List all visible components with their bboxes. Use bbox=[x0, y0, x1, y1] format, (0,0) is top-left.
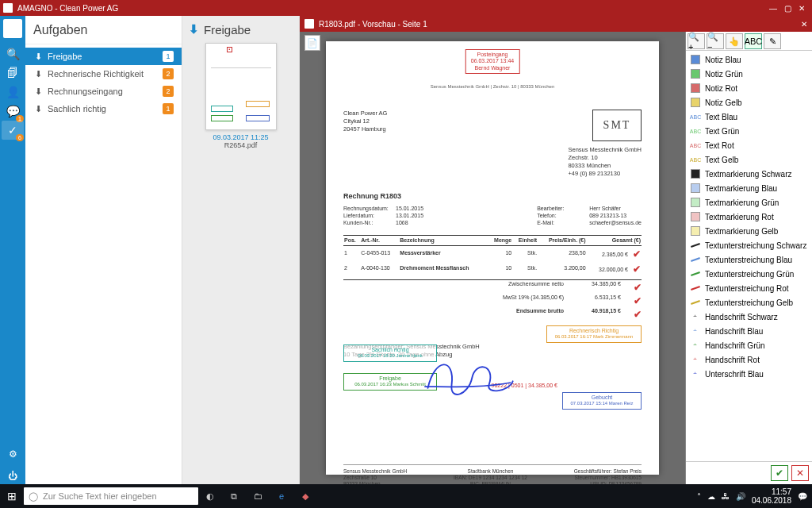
search-icon: ◯ bbox=[29, 491, 38, 502]
notifications-icon[interactable]: 💬 bbox=[798, 492, 807, 501]
rail-search[interactable]: 🔍 bbox=[2, 44, 24, 64]
window-maximize-icon[interactable]: ▢ bbox=[780, 4, 795, 13]
start-button[interactable]: ⊞ bbox=[0, 484, 24, 508]
rail-docs[interactable]: 🗐 bbox=[2, 64, 24, 83]
palette-tool-button[interactable]: ABC bbox=[745, 33, 762, 49]
preview-logo-icon bbox=[304, 19, 314, 29]
sender-address: Sensus Messtechnik GmbH Zechstr. 10 8033… bbox=[568, 146, 642, 179]
freigabe-panel: ⬇ Freigabe ■ 09.03.2017 11:25 R2654.pdf bbox=[182, 16, 300, 484]
stamp-rechnerisch[interactable]: Rechnerisch Richtig 06.03.2017 16:17 Mar… bbox=[546, 325, 642, 343]
palette-item[interactable]: ⲲUnterschrift Blau bbox=[686, 367, 812, 381]
task-item[interactable]: ⬇Freigabe1 bbox=[25, 48, 182, 65]
invoice-heading: Rechnung R1803 bbox=[343, 192, 642, 201]
palette-item[interactable]: Textunterstreichung Blau bbox=[686, 252, 812, 267]
stamp-freigabe[interactable]: Freigabe 06.03.2017 16:23 Markus Schmitt bbox=[343, 373, 437, 391]
taskbar-search[interactable]: ◯ Zur Suche Text hier eingeben bbox=[24, 487, 198, 505]
palette-item[interactable]: Notiz Blau bbox=[686, 52, 812, 67]
edge-icon[interactable]: e bbox=[270, 484, 293, 508]
palette-item[interactable]: Notiz Grün bbox=[686, 67, 812, 81]
palette-item[interactable]: ⲲHandschrift Schwarz bbox=[686, 310, 812, 324]
tray-up-icon[interactable]: ˄ bbox=[697, 492, 701, 501]
palette-item[interactable]: ABCText Blau bbox=[686, 110, 812, 124]
task-item[interactable]: ⬇Rechnerische Richtigkeit2 bbox=[25, 65, 182, 83]
nav-rail: 🔍🗐👤💬1✓6 ⚙ ⏻ bbox=[0, 16, 25, 484]
palette-item[interactable]: ABCText Grün bbox=[686, 124, 812, 138]
stamp-gebucht[interactable]: Gebucht 07.03.2017 15:14 Maren Reiz bbox=[562, 392, 642, 410]
preview-close-icon[interactable]: ✕ bbox=[801, 20, 807, 29]
palette-item[interactable]: ABCText Rot bbox=[686, 138, 812, 152]
avatar[interactable] bbox=[3, 19, 22, 38]
palette-cancel-button[interactable]: ✕ bbox=[791, 465, 809, 481]
document-canvas[interactable]: 📄 Posteingang 06.03.2017 13:44 Bernd Wag… bbox=[300, 32, 685, 484]
rail-settings-icon[interactable]: ⚙ bbox=[2, 446, 24, 462]
task-count-badge: 2 bbox=[163, 86, 174, 97]
app-logo-icon bbox=[3, 3, 13, 13]
preview-titlebar: R1803.pdf - Vorschau - Seite 1 ✕ bbox=[300, 16, 812, 32]
task-count-badge: 2 bbox=[163, 68, 174, 79]
palette-tool-button[interactable]: 🔍− bbox=[707, 33, 724, 49]
download-icon: ⬇ bbox=[33, 52, 43, 61]
palette-item[interactable]: Textunterstreichung Gelb bbox=[686, 295, 812, 310]
rail-tasks[interactable]: ✓6 bbox=[2, 121, 24, 140]
cortana-icon[interactable]: ◐ bbox=[198, 484, 222, 508]
document-page: Posteingang 06.03.2017 13:44 Bernd Wagne… bbox=[326, 41, 659, 475]
palette-item[interactable]: Textmarkierung Rot bbox=[686, 210, 812, 224]
sender-line: Sensus Messtechnik GmbH | Zechstr. 10 | … bbox=[343, 84, 642, 90]
palette-item[interactable]: Textunterstreichung Schwarz bbox=[686, 238, 812, 252]
red-annotation: 90222 | 0501 | 34.385,00 € bbox=[492, 383, 557, 390]
app-taskbar-icon[interactable]: ◆ bbox=[293, 484, 317, 508]
palette-item[interactable]: Textmarkierung Grün bbox=[686, 195, 812, 210]
task-item[interactable]: ⬇Sachlich richtig1 bbox=[25, 100, 182, 117]
stamp-posteingang[interactable]: Posteingang 06.03.2017 13:44 Bernd Wagne… bbox=[465, 49, 520, 74]
taskview-icon[interactable]: ⧉ bbox=[222, 484, 246, 508]
palette-item[interactable]: Textmarkierung Gelb bbox=[686, 224, 812, 238]
window-close-icon[interactable]: ✕ bbox=[795, 4, 809, 13]
canvas-pdf-icon[interactable]: 📄 bbox=[304, 35, 320, 51]
palette-item[interactable]: Textunterstreichung Grün bbox=[686, 267, 812, 281]
palette-item[interactable]: ⲲHandschrift Grün bbox=[686, 338, 812, 352]
taskbar-clock[interactable]: 11:57 04.06.2018 bbox=[752, 487, 791, 505]
task-count-badge: 1 bbox=[163, 51, 174, 62]
onedrive-icon[interactable]: ☁ bbox=[707, 492, 715, 501]
palette-item[interactable]: ⲲHandschrift Blau bbox=[686, 324, 812, 338]
explorer-icon[interactable]: 🗀 bbox=[246, 484, 270, 508]
download-icon: ⬇ bbox=[33, 69, 43, 79]
palette-tool-button[interactable]: ✎ bbox=[764, 33, 781, 49]
doc-footer: Sensus Messtechnik GmbHZechstraße 108033… bbox=[343, 464, 642, 484]
invoice-table: Pos.Art.-Nr.BezeichnungMengeEinheitPreis… bbox=[343, 235, 642, 277]
search-placeholder: Zur Suche Text hier eingeben bbox=[43, 491, 157, 501]
windows-taskbar: ⊞ ◯ Zur Suche Text hier eingeben ◐ ⧉ 🗀 e… bbox=[0, 484, 812, 508]
preview-window: R1803.pdf - Vorschau - Seite 1 ✕ 📄 Poste… bbox=[300, 16, 812, 484]
palette-item[interactable]: Textunterstreichung Rot bbox=[686, 281, 812, 295]
rail-user[interactable]: 👤 bbox=[2, 83, 24, 102]
palette-item[interactable]: ⲲHandschrift Rot bbox=[686, 352, 812, 367]
thumb-date: 09.03.2017 11:25 bbox=[205, 133, 277, 141]
palette-tool-button[interactable]: 👆 bbox=[726, 33, 743, 49]
palette-item[interactable]: Notiz Rot bbox=[686, 81, 812, 95]
annotation-palette: 🔍+🔍−👆ABC✎ Notiz BlauNotiz GrünNotiz RotN… bbox=[685, 32, 812, 484]
palette-item[interactable]: Textmarkierung Schwarz bbox=[686, 167, 812, 181]
download-icon: ⬇ bbox=[33, 87, 43, 96]
app-title: AMAGNO - Clean Power AG bbox=[17, 4, 118, 13]
palette-confirm-button[interactable]: ✔ bbox=[771, 465, 788, 481]
window-minimize-icon[interactable]: — bbox=[766, 4, 780, 13]
palette-item[interactable]: ABCText Gelb bbox=[686, 152, 812, 167]
rail-power-icon[interactable]: ⏻ bbox=[2, 468, 24, 484]
stamp-sachlich[interactable]: Sachlich richtig 06.03.2017 18:20 Janine… bbox=[343, 344, 437, 362]
company-logo: SMT bbox=[592, 110, 642, 141]
task-item[interactable]: ⬇Rechnungseingang2 bbox=[25, 83, 182, 100]
palette-tool-button[interactable]: 🔍+ bbox=[688, 33, 705, 49]
palette-item[interactable]: Notiz Gelb bbox=[686, 95, 812, 110]
volume-icon[interactable]: 🔊 bbox=[736, 492, 745, 501]
download-icon: ⬇ bbox=[189, 22, 199, 37]
download-icon: ⬇ bbox=[33, 104, 43, 114]
tasks-sidebar: Aufgaben ⬇Freigabe1⬇Rechnerische Richtig… bbox=[25, 16, 182, 484]
app-titlebar: AMAGNO - Clean Power AG — ▢ ✕ bbox=[0, 0, 812, 16]
document-thumbnail[interactable]: ■ 09.03.2017 11:25 R2654.pdf bbox=[205, 43, 277, 149]
freigabe-title: Freigabe bbox=[204, 23, 251, 37]
network-icon[interactable]: 🖧 bbox=[722, 492, 730, 501]
palette-item[interactable]: Textmarkierung Blau bbox=[686, 181, 812, 195]
rail-chat[interactable]: 💬1 bbox=[2, 102, 24, 121]
system-tray[interactable]: ˄ ☁ 🖧 🔊 11:57 04.06.2018 💬 bbox=[697, 487, 812, 505]
thumb-filename: R2654.pdf bbox=[205, 141, 277, 149]
